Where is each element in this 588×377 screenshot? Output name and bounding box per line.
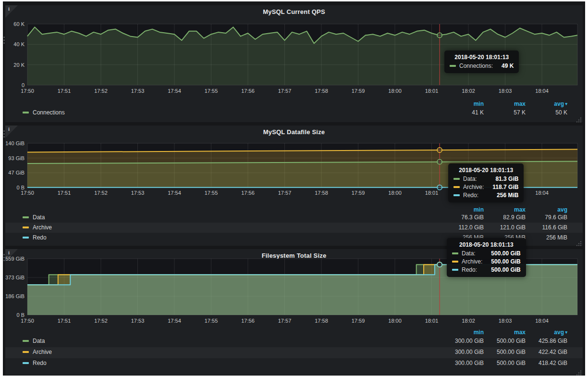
y-axis-tick-label: 20 K <box>5 62 24 68</box>
legend-series-label: Archive <box>33 224 52 231</box>
tooltip-series-label: Data: <box>463 176 477 182</box>
series-color-swatch <box>453 178 460 180</box>
tooltip-series-label: Data: <box>462 250 476 257</box>
x-axis-tick-label: 17:51 <box>50 190 79 196</box>
legend-header-min[interactable]: min <box>442 206 484 213</box>
x-axis-tick-label: 17:57 <box>270 190 299 196</box>
legend-stat-avg-value: 256 MiB <box>526 234 567 241</box>
legend-header-max[interactable]: max <box>484 329 526 336</box>
legend-series-label: Redo <box>33 234 47 241</box>
y-axis-tick-label: 47 GiB <box>5 170 24 176</box>
x-axis-tick-label: 18:02 <box>454 318 483 324</box>
panel-resize-grip[interactable] <box>576 239 582 245</box>
x-axis-tick-label: 17:57 <box>270 88 299 94</box>
x-axis-tick-label: 17:50 <box>13 88 42 94</box>
sort-caret-icon: ▾ <box>564 101 567 106</box>
hover-point-ring <box>437 262 442 267</box>
tooltip-series-label: Redo: <box>462 266 477 273</box>
x-axis-tick-label: 18:03 <box>491 88 520 94</box>
y-axis-tick-label: 0 B <box>5 312 24 318</box>
series-color-swatch <box>23 112 29 113</box>
legend-series-label: Data <box>33 338 45 344</box>
x-axis-tick-label: 17:54 <box>160 190 189 196</box>
tooltip-series-value: 118.7 GiB <box>484 184 518 190</box>
series-color-swatch <box>23 237 29 239</box>
y-axis-tick-label: 186 GiB <box>5 293 24 299</box>
x-axis-tick-label: 18:04 <box>527 318 556 324</box>
sort-caret-icon: ▾ <box>564 330 567 335</box>
tooltip-series-row: Archive:118.7 GiB <box>453 184 518 190</box>
panel-drag-handle-dots[interactable] <box>3 37 5 45</box>
tooltip-series-row: Archive:500.00 GiB <box>452 258 521 265</box>
x-axis-tick-label: 17:55 <box>197 88 226 94</box>
x-axis-tick-label: 17:55 <box>197 190 226 196</box>
legend-series-label: Archive <box>33 349 52 355</box>
tooltip-series-value: 500.00 GiB <box>482 250 520 257</box>
legend-series-redo[interactable]: Redo <box>23 360 47 366</box>
legend-stat-max-value: 500.00 GiB <box>484 349 526 355</box>
legend-series-label: Data <box>33 214 45 221</box>
series-color-swatch <box>452 269 458 271</box>
series-color-swatch <box>23 226 29 228</box>
legend-header-max[interactable]: max <box>484 206 526 213</box>
panel-drag-handle-dots[interactable] <box>3 130 5 139</box>
legend-stat-avg-value: 418.42 GiB <box>526 360 567 366</box>
legend-header-min[interactable]: min <box>442 329 484 336</box>
series-color-swatch <box>452 252 458 254</box>
legend-header-max[interactable]: max <box>484 101 526 107</box>
grafana-dashboard: i MySQL Current QPS 60 K40 K20 K017:5017… <box>3 1 585 376</box>
legend-stats-values: 112.0 GiB121.0 GiB116.6 GiB <box>442 224 567 231</box>
tooltip-timestamp: 2018-05-20 18:01:13 <box>453 167 518 174</box>
legend-stat-min-value: 300.00 GiB <box>442 360 484 366</box>
tooltip-series-label: Redo: <box>463 192 478 199</box>
x-axis-tick-label: 17:53 <box>123 88 152 94</box>
legend-series-redo[interactable]: Redo <box>23 234 47 241</box>
x-axis-tick-label: 18:04 <box>527 190 556 196</box>
legend-series-data[interactable]: Data <box>23 338 45 344</box>
y-axis-tick-label: 559 GiB <box>5 256 24 262</box>
legend-header-min[interactable]: min <box>442 101 484 107</box>
legend-stat-max-value: 500.00 GiB <box>484 360 526 366</box>
legend-stat-max-value: 121.0 GiB <box>484 224 526 231</box>
panel-resize-grip[interactable] <box>576 369 582 374</box>
hover-tooltip-datafile: 2018-05-20 18:01:13 Data:81.3 GiBArchive… <box>448 163 524 202</box>
legend-header-avg[interactable]: avg ▾ <box>526 101 567 107</box>
tooltip-series-value: 500.00 GiB <box>482 266 520 273</box>
series-color-swatch <box>450 65 456 67</box>
legend-header-avg[interactable]: avg <box>526 206 567 213</box>
legend-stat-min-value: 41 K <box>442 109 484 116</box>
tooltip-series-row: Data:500.00 GiB <box>452 250 521 257</box>
legend-stat-avg-value: 79.6 GiB <box>526 214 567 221</box>
panel-drag-handle-dots[interactable] <box>3 254 5 263</box>
x-axis-tick-label: 18:01 <box>417 190 446 196</box>
x-axis-tick-label: 18:00 <box>380 88 409 94</box>
x-axis-tick-label: 18:01 <box>417 88 446 94</box>
x-axis-tick-label: 17:54 <box>160 318 189 324</box>
legend-series-data[interactable]: Data <box>23 214 45 221</box>
tooltip-series-row: Data:81.3 GiB <box>453 176 518 182</box>
legend-stat-avg-value: 422.42 GiB <box>526 349 567 355</box>
series-color-swatch <box>23 340 29 342</box>
legend-stat-max-value: 82.9 GiB <box>484 214 526 221</box>
legend-series-connections[interactable]: Connections <box>23 109 65 116</box>
series-color-swatch <box>453 194 460 196</box>
legend-stats-values: 41 K57 K50 K <box>442 109 567 116</box>
legend-stat-min-value: 300.00 GiB <box>442 338 484 344</box>
legend-stats-values: 76.3 GiB82.9 GiB79.6 GiB <box>442 214 567 221</box>
tooltip-series-value: 49 K <box>493 63 514 69</box>
hover-point-ring <box>437 33 442 38</box>
hover-tooltip-filesystem: 2018-05-20 18:01:13 Data:500.00 GiBArchi… <box>447 238 526 277</box>
series-color-swatch <box>452 261 458 263</box>
legend-series-archive[interactable]: Archive <box>23 224 52 231</box>
legend-stat-avg-value: 116.6 GiB <box>526 224 567 231</box>
legend-stat-min-value: 76.3 GiB <box>442 214 484 221</box>
legend-series-archive[interactable]: Archive <box>23 349 52 355</box>
x-axis-tick-label: 17:55 <box>197 318 226 324</box>
y-axis-tick-label: 93 GiB <box>5 155 24 161</box>
legend-stats-header: minmaxavg <box>442 206 567 213</box>
legend-stats-header: minmaxavg ▾ <box>442 329 567 336</box>
panel-resize-grip[interactable] <box>576 116 582 121</box>
legend-header-avg[interactable]: avg ▾ <box>526 329 567 336</box>
tooltip-timestamp: 2018-05-20 18:01:13 <box>452 241 521 248</box>
tooltip-series-label: Archive: <box>462 258 482 265</box>
